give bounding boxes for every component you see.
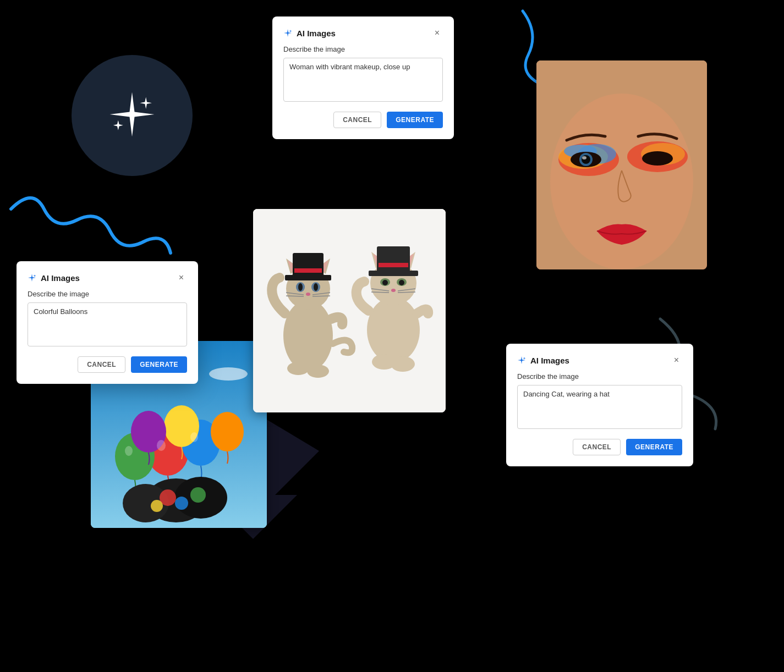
- dialog-title-3: AI Images: [517, 356, 569, 365]
- dialog-generate-button-1[interactable]: GENERATE: [387, 112, 443, 128]
- dialog-title-text-3: AI Images: [530, 356, 569, 365]
- svg-point-42: [314, 283, 318, 291]
- svg-rect-50: [294, 268, 322, 273]
- ai-sparkle-icon-3: [517, 356, 526, 365]
- dialog-close-button-1[interactable]: ×: [431, 27, 443, 38]
- svg-point-43: [306, 293, 310, 296]
- dialog-label-1: Describe the image: [283, 45, 443, 53]
- dialog-actions-2: CANCEL GENERATE: [28, 356, 187, 373]
- svg-line-67: [398, 292, 415, 293]
- dialog-header-2: AI Images ×: [28, 272, 187, 283]
- svg-rect-70: [379, 263, 408, 267]
- ai-sparkle-icon-1: [283, 29, 292, 37]
- dialog-makeup: AI Images × Describe the image CANCEL GE…: [272, 16, 454, 139]
- dialog-title-text-2: AI Images: [41, 273, 80, 283]
- dialog-cancel-button-2[interactable]: CANCEL: [78, 356, 125, 373]
- dialog-title-1: AI Images: [283, 29, 336, 38]
- dialog-cancel-button-3[interactable]: CANCEL: [573, 439, 621, 455]
- cats-preview: [253, 209, 446, 412]
- dialog-cancel-button-1[interactable]: CANCEL: [333, 112, 381, 128]
- dialog-header-3: AI Images ×: [517, 355, 682, 366]
- svg-point-33: [283, 300, 333, 371]
- dialog-actions-3: CANCEL GENERATE: [517, 439, 682, 455]
- dialog-close-button-2[interactable]: ×: [176, 272, 187, 283]
- svg-point-62: [399, 280, 404, 285]
- dialog-label-2: Describe the image: [28, 290, 187, 298]
- svg-point-15: [209, 367, 248, 381]
- svg-point-27: [190, 487, 206, 503]
- svg-rect-49: [285, 275, 331, 280]
- svg-point-30: [190, 432, 198, 442]
- sparkle-icon: [107, 90, 157, 141]
- svg-point-20: [211, 412, 244, 451]
- svg-point-12: [582, 156, 586, 159]
- dialog-label-3: Describe the image: [517, 372, 682, 381]
- svg-point-28: [151, 500, 163, 512]
- dialog-title-text-1: AI Images: [297, 29, 336, 38]
- dialog-balloons: AI Images × Describe the image CANCEL GE…: [17, 261, 198, 384]
- dialog-textarea-3[interactable]: [517, 385, 682, 429]
- svg-point-10: [582, 155, 590, 164]
- dialog-close-button-3[interactable]: ×: [671, 355, 682, 366]
- dialog-textarea-2[interactable]: [28, 302, 187, 346]
- svg-point-72: [391, 356, 415, 372]
- svg-line-47: [312, 296, 330, 296]
- woman-makeup-preview: [536, 60, 707, 269]
- svg-point-29: [157, 440, 166, 451]
- dialog-generate-button-2[interactable]: GENERATE: [131, 356, 187, 373]
- svg-point-52: [307, 365, 329, 378]
- svg-line-65: [371, 292, 389, 293]
- svg-point-40: [298, 283, 303, 291]
- svg-rect-68: [377, 246, 410, 272]
- svg-point-31: [125, 446, 133, 456]
- sparkle-circle-decoration: [72, 55, 193, 176]
- svg-point-60: [382, 280, 388, 285]
- dialog-title-2: AI Images: [28, 273, 80, 283]
- svg-rect-69: [369, 271, 418, 276]
- svg-line-45: [286, 296, 304, 296]
- dialog-textarea-1[interactable]: [283, 58, 443, 102]
- svg-point-63: [391, 289, 396, 292]
- ai-sparkle-icon-2: [28, 273, 36, 282]
- dialog-generate-button-3[interactable]: GENERATE: [626, 439, 682, 455]
- dialog-actions-1: CANCEL GENERATE: [283, 112, 443, 128]
- dialog-header-1: AI Images ×: [283, 27, 443, 38]
- dialog-cat: AI Images × Describe the image CANCEL GE…: [506, 344, 693, 466]
- svg-point-26: [175, 497, 188, 510]
- svg-point-51: [287, 362, 309, 375]
- svg-point-11: [642, 151, 673, 166]
- svg-point-53: [367, 297, 420, 363]
